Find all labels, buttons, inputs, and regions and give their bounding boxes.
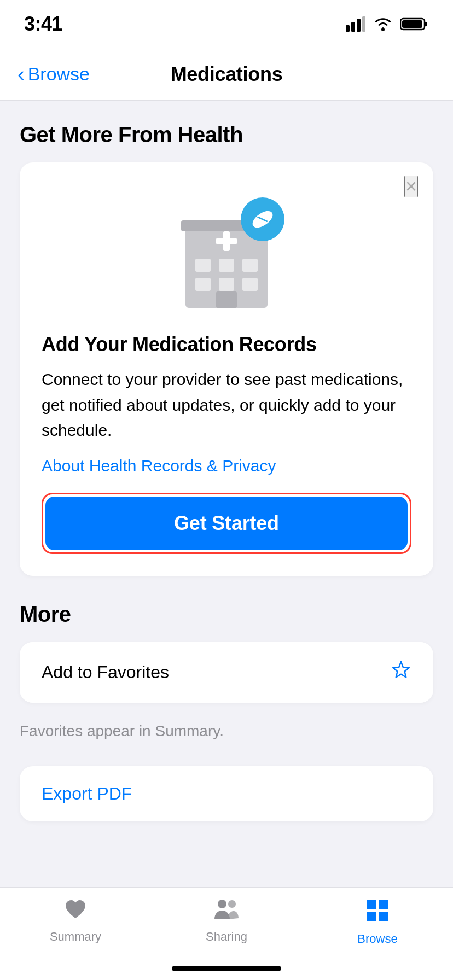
export-pdf-row[interactable]: Export PDF <box>20 766 433 821</box>
svg-rect-0 <box>346 25 350 32</box>
back-chevron-icon: ‹ <box>18 64 25 85</box>
svg-rect-16 <box>219 278 234 291</box>
battery-icon <box>400 16 429 32</box>
more-header: More <box>20 602 433 627</box>
health-records-privacy-link[interactable]: About Health Records & Privacy <box>42 457 411 475</box>
tab-sharing[interactable]: Sharing <box>188 899 265 944</box>
heart-icon <box>63 899 88 925</box>
status-icons <box>346 16 429 32</box>
svg-point-22 <box>218 900 226 908</box>
svg-rect-17 <box>242 278 258 291</box>
favorites-note: Favorites appear in Summary. <box>20 711 433 753</box>
wifi-icon <box>373 16 393 32</box>
svg-rect-6 <box>425 22 427 26</box>
status-bar: 3:41 <box>0 0 453 48</box>
page-content: Get More From Health × <box>0 101 453 821</box>
svg-rect-11 <box>223 231 230 251</box>
star-icon <box>391 660 411 685</box>
svg-rect-27 <box>379 912 388 921</box>
svg-rect-14 <box>242 259 258 272</box>
svg-rect-26 <box>367 912 376 921</box>
export-pdf-card: Export PDF <box>20 766 433 821</box>
svg-rect-25 <box>379 900 388 909</box>
medication-records-card: × <box>20 162 433 576</box>
svg-rect-24 <box>367 900 376 909</box>
status-time: 3:41 <box>24 13 62 36</box>
illustration <box>155 193 298 313</box>
pill-badge-icon <box>241 197 284 241</box>
get-more-header: Get More From Health <box>20 122 433 147</box>
get-started-button[interactable]: Get Started <box>45 497 408 550</box>
sharing-icon <box>212 899 241 925</box>
card-title: Add Your Medication Records <box>42 333 411 356</box>
tab-browse[interactable]: Browse <box>339 899 416 946</box>
svg-rect-2 <box>357 19 361 32</box>
svg-rect-15 <box>195 278 211 291</box>
favorites-card: Add to Favorites <box>20 642 433 703</box>
svg-rect-1 <box>351 22 355 32</box>
back-button[interactable]: ‹ Browse <box>18 63 90 85</box>
tab-summary-label: Summary <box>50 930 101 944</box>
illustration-container <box>42 193 411 313</box>
signal-icon <box>346 16 365 32</box>
svg-rect-12 <box>195 259 211 272</box>
tab-sharing-label: Sharing <box>206 930 247 944</box>
nav-title: Medications <box>171 63 283 86</box>
card-close-button[interactable]: × <box>404 176 418 197</box>
export-pdf-label: Export PDF <box>42 784 132 804</box>
tab-browse-label: Browse <box>357 932 397 946</box>
get-started-button-wrapper: Get Started <box>42 493 411 554</box>
more-section: More Add to Favorites Favorites appear i… <box>20 602 433 821</box>
browse-icon <box>365 899 390 928</box>
tab-summary[interactable]: Summary <box>37 899 114 944</box>
card-description: Connect to your provider to see past med… <box>42 367 411 444</box>
back-label: Browse <box>28 63 90 85</box>
add-to-favorites-label: Add to Favorites <box>42 662 169 682</box>
svg-point-4 <box>381 28 385 31</box>
nav-bar: ‹ Browse Medications <box>0 48 453 101</box>
svg-point-23 <box>228 900 236 908</box>
svg-rect-13 <box>219 259 234 272</box>
svg-rect-7 <box>402 20 422 28</box>
home-indicator <box>172 966 281 971</box>
svg-rect-3 <box>362 16 365 32</box>
svg-rect-18 <box>216 291 237 308</box>
add-to-favorites-row[interactable]: Add to Favorites <box>20 642 433 703</box>
